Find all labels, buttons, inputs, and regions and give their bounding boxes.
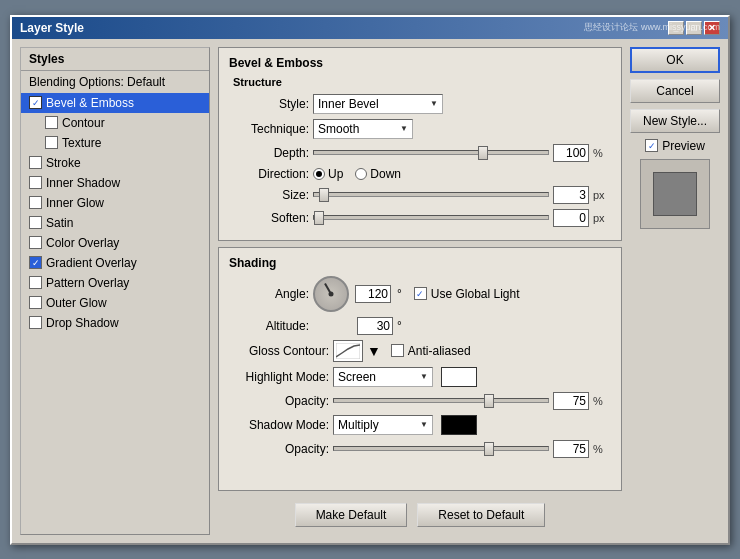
stroke-checkbox[interactable] [29, 156, 42, 169]
reset-to-default-button[interactable]: Reset to Default [417, 503, 545, 527]
layer-item-inner-glow[interactable]: Inner Glow [21, 193, 209, 213]
new-style-button[interactable]: New Style... [630, 109, 720, 133]
direction-down-radio[interactable] [355, 168, 367, 180]
layer-item-satin[interactable]: Satin [21, 213, 209, 233]
preview-checkbox[interactable] [645, 139, 658, 152]
angle-input[interactable] [355, 285, 391, 303]
gradient-overlay-checkbox[interactable] [29, 256, 42, 269]
preview-label-row: Preview [630, 139, 720, 153]
dialog-body: Styles Blending Options: Default Bevel &… [12, 39, 728, 543]
shadow-dropdown[interactable]: Multiply ▼ [333, 415, 433, 435]
watermark: 思经设计论坛 www.missyuan.com [584, 21, 720, 34]
depth-unit: % [593, 147, 611, 159]
soften-label: Soften: [229, 211, 309, 225]
outer-glow-checkbox[interactable] [29, 296, 42, 309]
gloss-contour-arrow[interactable]: ▼ [367, 343, 381, 359]
shadow-opacity-unit: % [593, 443, 611, 455]
style-dropdown[interactable]: Inner Bevel ▼ [313, 94, 443, 114]
direction-up-radio[interactable] [313, 168, 325, 180]
bevel-emboss-checkbox[interactable] [29, 96, 42, 109]
preview-inner [653, 172, 697, 216]
satin-label: Satin [46, 216, 73, 230]
inner-glow-label: Inner Glow [46, 196, 104, 210]
layer-item-drop-shadow[interactable]: Drop Shadow [21, 313, 209, 333]
pattern-overlay-checkbox[interactable] [29, 276, 42, 289]
technique-label: Technique: [229, 122, 309, 136]
depth-slider-container [313, 146, 549, 160]
layer-item-gradient-overlay[interactable]: Gradient Overlay [21, 253, 209, 273]
highlight-opacity-thumb[interactable] [484, 394, 494, 408]
layer-item-pattern-overlay[interactable]: Pattern Overlay [21, 273, 209, 293]
direction-radio-group: Up Down [313, 167, 401, 181]
highlight-label: Highlight Mode: [229, 370, 329, 384]
soften-input[interactable] [553, 209, 589, 227]
technique-dropdown-arrow: ▼ [400, 124, 408, 133]
size-slider-track[interactable] [313, 192, 549, 197]
direction-down-label: Down [370, 167, 401, 181]
shading-section: Shading Angle: ° Use Glo [218, 247, 622, 491]
angle-dot [329, 291, 334, 296]
shadow-opacity-row: Opacity: % [229, 440, 611, 458]
depth-slider-thumb[interactable] [478, 146, 488, 160]
altitude-degree: ° [397, 319, 402, 333]
drop-shadow-checkbox[interactable] [29, 316, 42, 329]
preview-label-text: Preview [662, 139, 705, 153]
direction-up-item[interactable]: Up [313, 167, 343, 181]
inner-glow-checkbox[interactable] [29, 196, 42, 209]
highlight-dropdown[interactable]: Screen ▼ [333, 367, 433, 387]
contour-checkbox[interactable] [45, 116, 58, 129]
layer-item-texture[interactable]: Texture [21, 133, 209, 153]
satin-checkbox[interactable] [29, 216, 42, 229]
highlight-opacity-track[interactable] [333, 398, 549, 403]
shadow-opacity-input[interactable] [553, 440, 589, 458]
highlight-opacity-label: Opacity: [229, 394, 329, 408]
highlight-opacity-input[interactable] [553, 392, 589, 410]
soften-slider-thumb[interactable] [314, 211, 324, 225]
inner-shadow-label: Inner Shadow [46, 176, 120, 190]
size-slider-thumb[interactable] [319, 188, 329, 202]
inner-shadow-checkbox[interactable] [29, 176, 42, 189]
altitude-input[interactable] [357, 317, 393, 335]
highlight-color-swatch[interactable] [441, 367, 477, 387]
depth-input[interactable] [553, 144, 589, 162]
angle-degree: ° [397, 287, 402, 301]
anti-aliased-checkbox[interactable] [391, 344, 404, 357]
direction-down-item[interactable]: Down [355, 167, 401, 181]
size-slider-container [313, 188, 549, 202]
angle-dial[interactable] [313, 276, 349, 312]
cancel-button[interactable]: Cancel [630, 79, 720, 103]
blending-options-item[interactable]: Blending Options: Default [21, 71, 209, 93]
soften-slider-track[interactable] [313, 215, 549, 220]
texture-checkbox[interactable] [45, 136, 58, 149]
layer-item-bevel-emboss[interactable]: Bevel & Emboss [21, 93, 209, 113]
layer-item-inner-shadow[interactable]: Inner Shadow [21, 173, 209, 193]
soften-row: Soften: px [229, 209, 611, 227]
make-default-button[interactable]: Make Default [295, 503, 408, 527]
layer-item-contour[interactable]: Contour [21, 113, 209, 133]
highlight-dropdown-arrow: ▼ [420, 372, 428, 381]
layer-item-color-overlay[interactable]: Color Overlay [21, 233, 209, 253]
shadow-opacity-thumb[interactable] [484, 442, 494, 456]
layer-item-stroke[interactable]: Stroke [21, 153, 209, 173]
depth-slider-track[interactable] [313, 150, 549, 155]
technique-dropdown[interactable]: Smooth ▼ [313, 119, 413, 139]
shadow-color-swatch[interactable] [441, 415, 477, 435]
shadow-dropdown-arrow: ▼ [420, 420, 428, 429]
angle-control: ° [313, 276, 402, 312]
style-label: Style: [229, 97, 309, 111]
gloss-contour-preview[interactable] [333, 340, 363, 362]
shadow-opacity-track[interactable] [333, 446, 549, 451]
use-global-light-checkbox[interactable] [414, 287, 427, 300]
bevel-emboss-label: Bevel & Emboss [46, 96, 134, 110]
soften-unit: px [593, 212, 611, 224]
color-overlay-checkbox[interactable] [29, 236, 42, 249]
layer-item-outer-glow[interactable]: Outer Glow [21, 293, 209, 313]
size-label: Size: [229, 188, 309, 202]
angle-label: Angle: [229, 287, 309, 301]
preview-box [640, 159, 710, 229]
styles-title: Styles [21, 48, 209, 71]
style-row: Style: Inner Bevel ▼ [229, 94, 611, 114]
ok-button[interactable]: OK [630, 47, 720, 73]
size-input[interactable] [553, 186, 589, 204]
dialog-title: Layer Style [20, 21, 84, 35]
